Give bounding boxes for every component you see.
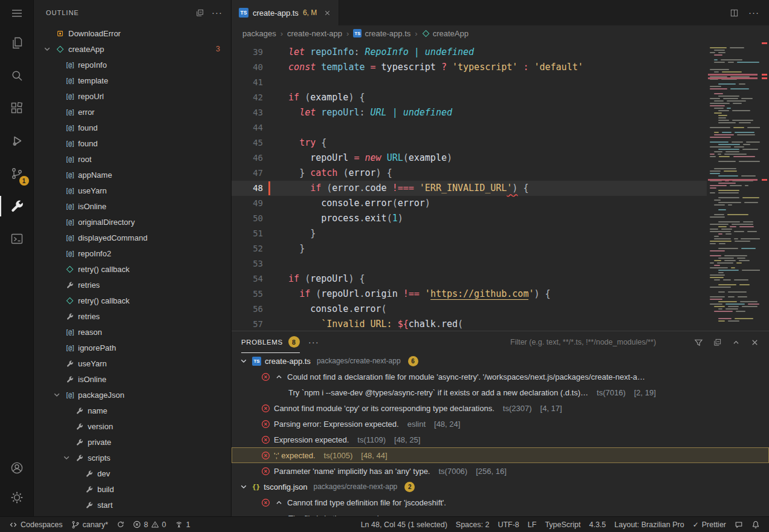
code-line[interactable]: 51 } — [232, 226, 707, 241]
explorer-icon[interactable] — [0, 27, 34, 59]
outline-item-repoinfo[interactable]: [@]repoInfo — [34, 57, 231, 73]
layout-indicator[interactable]: Layout: Brazilian Pro — [610, 517, 688, 532]
collapse-all-icon[interactable] — [713, 338, 722, 347]
problem-related-row[interactable]: The file is in the program because: — [232, 510, 769, 516]
more-actions-icon[interactable]: ··· — [212, 10, 222, 16]
outline-item-retry-callback[interactable]: retry() callback — [34, 261, 231, 277]
tab-create-app-ts[interactable]: TS create-app.ts 6, M — [232, 0, 339, 25]
outline-item-found[interactable]: [@]found — [34, 135, 231, 151]
feedback-button[interactable] — [730, 517, 747, 532]
problem-row[interactable]: Could not find a declaration file for mo… — [232, 369, 769, 384]
problem-row[interactable]: Expression expected.ts(1109)[48, 25] — [232, 432, 769, 447]
outline-item-name[interactable]: name — [34, 403, 231, 418]
run-debug-icon[interactable] — [0, 125, 34, 157]
formatter-indicator[interactable]: ✓Prettier — [689, 517, 730, 532]
outline-item-repoinfo2[interactable]: [@]repoInfo2 — [34, 245, 231, 261]
chevron-up-icon[interactable] — [274, 498, 284, 507]
collapse-all-icon[interactable] — [195, 8, 204, 18]
sync-button[interactable] — [112, 517, 129, 532]
code-line[interactable]: 52 } — [232, 241, 707, 256]
outline-item-downloaderror[interactable]: DownloadError — [34, 25, 231, 41]
outline-item-version[interactable]: version — [34, 418, 231, 434]
code-line[interactable]: 49 console.error(error) — [232, 196, 707, 211]
outline-item-found[interactable]: [@]found — [34, 120, 231, 135]
problems-indicator[interactable]: 80 — [129, 517, 170, 532]
code-line[interactable]: 54 if (repoUrl) { — [232, 271, 707, 287]
outline-item-packagejson[interactable]: [@]packageJson — [34, 387, 231, 403]
breadcrumb-item-packages[interactable]: packages — [242, 29, 276, 38]
outline-item-isonline[interactable]: [@]isOnline — [34, 198, 231, 214]
outline-item-useyarn[interactable]: useYarn — [34, 355, 231, 371]
ports-indicator[interactable]: 1 — [170, 517, 195, 532]
outline-item-createapp[interactable]: createApp3 — [34, 41, 231, 57]
code-line[interactable]: 46 repoUrl = new URL(example) — [232, 151, 707, 166]
more-actions-icon[interactable]: ··· — [308, 339, 319, 345]
code-line[interactable]: 43 let repoUrl: URL | undefined — [232, 105, 707, 120]
close-icon[interactable] — [323, 9, 331, 17]
outline-item-useyarn[interactable]: [@]useYarn — [34, 183, 231, 198]
more-actions-icon[interactable]: ··· — [748, 10, 759, 16]
outline-item-template[interactable]: [@]template — [34, 73, 231, 88]
outline-item-retry-callback[interactable]: retry() callback — [34, 293, 231, 308]
eol-indicator[interactable]: LF — [524, 517, 541, 532]
source-control-icon[interactable]: 1 — [0, 157, 34, 190]
outline-item-error[interactable]: [@]error — [34, 104, 231, 120]
outline-item-ignorepath[interactable]: [@]ignorePath — [34, 340, 231, 355]
code-line[interactable]: 57 `Invalid URL: ${chalk.red( — [232, 317, 707, 331]
outline-item-private[interactable]: private — [34, 434, 231, 450]
problem-row[interactable]: Cannot find type definition file for 'js… — [232, 495, 769, 510]
code-line[interactable]: 44 — [232, 120, 707, 135]
settings-icon[interactable] — [0, 481, 34, 514]
code-line[interactable]: 55 if (repoUrl.origin !== 'https://githu… — [232, 287, 707, 302]
code-line[interactable]: 41 — [232, 75, 707, 90]
code-line[interactable]: 47 } catch (error) { — [232, 166, 707, 181]
breadcrumb-item-create-app-ts[interactable]: TScreate-app.ts — [353, 29, 410, 38]
split-editor-icon[interactable] — [730, 8, 739, 18]
chevron-up-icon[interactable] — [274, 372, 284, 381]
problem-row[interactable]: Parameter 'name' implicitly has an 'any'… — [232, 463, 769, 479]
encoding-indicator[interactable]: UTF-8 — [493, 517, 523, 532]
code-line[interactable]: 53 — [232, 256, 707, 271]
language-indicator[interactable]: TypeScript — [540, 517, 585, 532]
outline-item-originaldirectory[interactable]: [@]originalDirectory — [34, 214, 231, 230]
outline-item-build[interactable]: build — [34, 481, 231, 497]
minimap[interactable] — [707, 41, 760, 331]
chevron-up-icon[interactable] — [732, 338, 741, 347]
outline-item-reason[interactable]: [@]reason — [34, 324, 231, 340]
problem-row[interactable]: ';' expected.ts(1005)[48, 44] — [232, 447, 769, 463]
close-icon[interactable] — [750, 338, 759, 347]
notifications-bell[interactable] — [747, 517, 764, 532]
outline-item-dev[interactable]: dev — [34, 465, 231, 481]
code-line[interactable]: 56 console.error( — [232, 302, 707, 317]
code-line[interactable]: 50 process.exit(1) — [232, 211, 707, 226]
outline-item-repourl[interactable]: [@]repoUrl — [34, 88, 231, 104]
code-line[interactable]: 39 let repoInfo: RepoInfo | undefined — [232, 45, 707, 60]
code-line[interactable]: 42 if (example) { — [232, 90, 707, 105]
menu-icon[interactable] — [0, 0, 34, 27]
indentation-indicator[interactable]: Spaces: 2 — [452, 517, 494, 532]
problem-row[interactable]: Parsing error: Expression expected.eslin… — [232, 416, 769, 432]
outline-item-retries[interactable]: retries — [34, 308, 231, 324]
problem-file-row[interactable]: {}tsconfig.jsonpackages/create-next-app2 — [232, 479, 769, 495]
code-line[interactable]: 40 const template = typescript ? 'typesc… — [232, 60, 707, 75]
terminal-icon[interactable] — [0, 222, 34, 255]
tools-icon[interactable] — [0, 190, 34, 222]
outline-item-retries[interactable]: retries — [34, 277, 231, 293]
outline-item-appname[interactable]: [@]appName — [34, 167, 231, 183]
ts-version-indicator[interactable]: 4.3.5 — [585, 517, 610, 532]
branch-indicator[interactable]: canary* — [67, 517, 112, 532]
remote-indicator[interactable]: Codespaces — [5, 517, 67, 532]
problem-row[interactable]: Cannot find module 'cpy' or its correspo… — [232, 400, 769, 416]
outline-item-root[interactable]: [@]root — [34, 151, 231, 167]
tab-problems[interactable]: PROBLEMS 8 — [241, 331, 300, 353]
cursor-position[interactable]: Ln 48, Col 45 (1 selected) — [357, 517, 452, 532]
outline-item-displayedcommand[interactable]: [@]displayedCommand — [34, 230, 231, 245]
problem-related-row[interactable]: Try `npm i --save-dev @types/async-retry… — [232, 384, 769, 400]
code-editor[interactable]: 39 let repoInfo: RepoInfo | undefined40 … — [232, 41, 707, 331]
outline-item-start[interactable]: start — [34, 497, 231, 513]
code-line[interactable]: 48 if (error.code !=== 'ERR_INVALID_URL'… — [232, 181, 707, 196]
breadcrumb-item-create-next-app[interactable]: create-next-app — [287, 29, 342, 38]
accounts-icon[interactable] — [0, 455, 34, 481]
filter-icon[interactable] — [694, 338, 703, 347]
breadcrumb-item-createapp[interactable]: createApp — [422, 29, 469, 38]
